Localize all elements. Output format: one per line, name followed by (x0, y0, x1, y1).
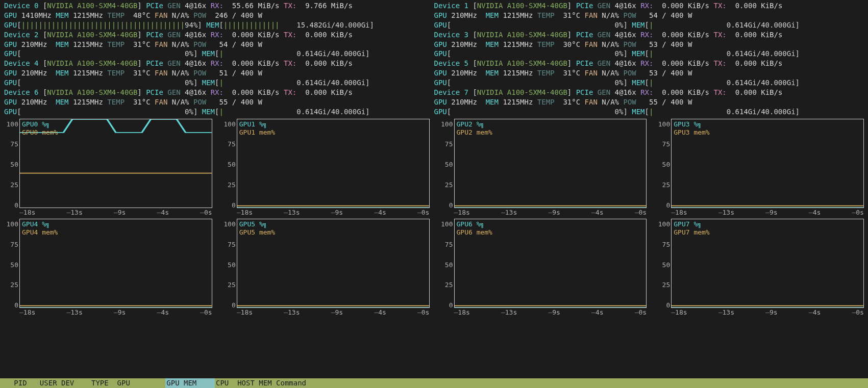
chart-gpu7: 1007550250 GPU7 %╗ GPU7 mem% 18s13s9s4s0… (656, 219, 864, 317)
legend-util: GPU2 %╗ (457, 120, 492, 128)
device-bars-line: GPU[ 0%] MEM[| 0.614Gi/40.000Gi] (4, 78, 434, 88)
x-axis: 18s13s9s4s0s (671, 308, 864, 317)
device-header-line: Device 1 [NVIDIA A100-SXM4-40GB] PCIe GE… (434, 1, 864, 11)
x-axis: 18s13s9s4s0s (237, 308, 430, 317)
y-axis: 1007550250 (221, 219, 237, 317)
chart-legend: GPU2 %╗ GPU2 mem% (457, 120, 492, 137)
chart-grid: 1007550250 GPU0 %╗ GPU0 mem% 18s13s9s4s0… (0, 117, 868, 317)
legend-mem: GPU6 mem% (457, 228, 492, 237)
chart-legend: GPU3 %╗ GPU3 mem% (674, 120, 709, 137)
chart-gpu6: 1007550250 GPU6 %╗ GPU6 mem% 18s13s9s4s0… (439, 219, 647, 317)
plot-box: GPU7 %╗ GPU7 mem% (671, 219, 864, 308)
device-bars-line: GPU[ 0%] MEM[| 0.614Gi/40.000Gi] (434, 107, 864, 117)
device-stats-line: GPU 1410MHz MEM 1215MHz TEMP 48°C FAN N/… (4, 11, 434, 20)
chart-legend: GPU0 %╗ GPU0 mem% (22, 120, 58, 137)
chart-gpu3: 1007550250 GPU3 %╗ GPU3 mem% 18s13s9s4s0… (656, 119, 864, 217)
legend-mem: GPU2 mem% (457, 128, 492, 137)
plot-box: GPU6 %╗ GPU6 mem% (454, 219, 647, 308)
device-panel-4: Device 4 [NVIDIA A100-SXM4-40GB] PCIe GE… (4, 59, 434, 88)
chart-gpu2: 1007550250 GPU2 %╗ GPU2 mem% 18s13s9s4s0… (439, 119, 647, 217)
chart-legend: GPU6 %╗ GPU6 mem% (457, 220, 492, 237)
process-table-header: PID USER DEV TYPE GPU GPU MEM CPU HOST M… (0, 378, 868, 388)
device-stats-line: GPU 210MHz MEM 1215MHz TEMP 30°C FAN N/A… (434, 40, 864, 49)
y-axis: 1007550250 (439, 119, 454, 217)
legend-util: GPU0 %╗ (22, 120, 58, 128)
device-bars-line: GPU[ 0%] MEM[| 0.614Gi/40.000Gi] (434, 49, 864, 59)
device-row: Device 4 [NVIDIA A100-SXM4-40GB] PCIe GE… (4, 59, 864, 88)
plot-box: GPU3 %╗ GPU3 mem% (671, 119, 864, 208)
device-panel-2: Device 2 [NVIDIA A100-SXM4-40GB] PCIe GE… (4, 30, 434, 59)
chart-gpu4: 1007550250 GPU4 %╗ GPU4 mem% 18s13s9s4s0… (4, 219, 212, 317)
device-panel-5: Device 5 [NVIDIA A100-SXM4-40GB] PCIe GE… (434, 59, 864, 88)
y-axis: 1007550250 (656, 219, 671, 317)
chart-legend: GPU5 %╗ GPU5 mem% (239, 220, 275, 237)
device-header-line: Device 7 [NVIDIA A100-SXM4-40GB] PCIe GE… (434, 88, 864, 97)
chart-legend: GPU1 %╗ GPU1 mem% (239, 120, 275, 137)
device-panel-7: Device 7 [NVIDIA A100-SXM4-40GB] PCIe GE… (434, 88, 864, 117)
footer-seg-b-sorted[interactable]: GPU MEM (165, 378, 215, 388)
y-axis: 1007550250 (4, 119, 19, 217)
plot-box: GPU2 %╗ GPU2 mem% (454, 119, 647, 208)
device-panel-1: Device 1 [NVIDIA A100-SXM4-40GB] PCIe GE… (434, 1, 864, 30)
device-row: Device 0 [NVIDIA A100-SXM4-40GB] PCIe GE… (4, 1, 864, 30)
device-bars-line: GPU[ 0%] MEM[| 0.614Gi/40.000Gi] (4, 107, 434, 117)
device-bars-line: GPU[ 0%] MEM[| 0.614Gi/40.000Gi] (434, 78, 864, 88)
device-header-line: Device 6 [NVIDIA A100-SXM4-40GB] PCIe GE… (4, 88, 434, 97)
plot-box: GPU0 %╗ GPU0 mem% (19, 119, 212, 208)
x-axis: 18s13s9s4s0s (19, 308, 212, 317)
device-stats-line: GPU 210MHz MEM 1215MHz TEMP 31°C FAN N/A… (4, 40, 434, 49)
x-axis: 18s13s9s4s0s (19, 208, 212, 217)
legend-mem: GPU4 mem% (22, 228, 58, 237)
device-header-line: Device 5 [NVIDIA A100-SXM4-40GB] PCIe GE… (434, 59, 864, 68)
device-summary-grid: Device 0 [NVIDIA A100-SXM4-40GB] PCIe GE… (0, 0, 868, 117)
plot-box: GPU1 %╗ GPU1 mem% (237, 119, 430, 208)
y-axis: 1007550250 (656, 119, 671, 217)
legend-util: GPU1 %╗ (239, 120, 275, 128)
x-axis: 18s13s9s4s0s (454, 208, 647, 217)
plot-box: GPU5 %╗ GPU5 mem% (237, 219, 430, 308)
legend-mem: GPU1 mem% (239, 128, 275, 137)
device-stats-line: GPU 210MHz MEM 1215MHz TEMP 31°C FAN N/A… (434, 11, 864, 20)
legend-util: GPU5 %╗ (239, 220, 275, 228)
device-bars-line: GPU[||||||||||||||||||||||||||||||||||||… (4, 20, 434, 30)
x-axis: 18s13s9s4s0s (454, 308, 647, 317)
device-bars-line: GPU[ 0%] MEM[| 0.614Gi/40.000Gi] (4, 49, 434, 59)
device-panel-0: Device 0 [NVIDIA A100-SXM4-40GB] PCIe GE… (4, 1, 434, 30)
chart-legend: GPU4 %╗ GPU4 mem% (22, 220, 58, 237)
device-stats-line: GPU 210MHz MEM 1215MHz TEMP 31°C FAN N/A… (434, 68, 864, 78)
footer-seg-c: CPU HOST MEM Command (215, 378, 868, 388)
legend-mem: GPU0 mem% (22, 128, 58, 137)
device-stats-line: GPU 210MHz MEM 1215MHz TEMP 31°C FAN N/A… (434, 97, 864, 107)
legend-mem: GPU7 mem% (674, 228, 709, 237)
legend-mem: GPU5 mem% (239, 228, 275, 237)
device-stats-line: GPU 210MHz MEM 1215MHz TEMP 31°C FAN N/A… (4, 68, 434, 78)
chart-gpu1: 1007550250 GPU1 %╗ GPU1 mem% 18s13s9s4s0… (221, 119, 430, 217)
device-stats-line: GPU 210MHz MEM 1215MHz TEMP 31°C FAN N/A… (4, 97, 434, 107)
device-panel-6: Device 6 [NVIDIA A100-SXM4-40GB] PCIe GE… (4, 88, 434, 117)
chart-gpu5: 1007550250 GPU5 %╗ GPU5 mem% 18s13s9s4s0… (221, 219, 430, 317)
legend-util: GPU6 %╗ (457, 220, 492, 228)
device-row: Device 6 [NVIDIA A100-SXM4-40GB] PCIe GE… (4, 88, 864, 117)
y-axis: 1007550250 (221, 119, 237, 217)
device-panel-3: Device 3 [NVIDIA A100-SXM4-40GB] PCIe GE… (434, 30, 864, 59)
device-header-line: Device 3 [NVIDIA A100-SXM4-40GB] PCIe GE… (434, 30, 864, 40)
y-axis: 1007550250 (4, 219, 19, 317)
chart-gpu0: 1007550250 GPU0 %╗ GPU0 mem% 18s13s9s4s0… (4, 119, 212, 217)
x-axis: 18s13s9s4s0s (671, 208, 864, 217)
plot-box: GPU4 %╗ GPU4 mem% (19, 219, 212, 308)
device-bars-line: GPU[ 0%] MEM[| 0.614Gi/40.000Gi] (434, 20, 864, 30)
device-header-line: Device 2 [NVIDIA A100-SXM4-40GB] PCIe GE… (4, 30, 434, 40)
device-header-line: Device 0 [NVIDIA A100-SXM4-40GB] PCIe GE… (4, 1, 434, 11)
y-axis: 1007550250 (439, 219, 454, 317)
footer-seg-a: PID USER DEV TYPE GPU (0, 378, 165, 388)
legend-util: GPU7 %╗ (674, 220, 709, 228)
legend-util: GPU3 %╗ (674, 120, 709, 128)
x-axis: 18s13s9s4s0s (237, 208, 430, 217)
legend-util: GPU4 %╗ (22, 220, 58, 228)
legend-mem: GPU3 mem% (674, 128, 709, 137)
chart-legend: GPU7 %╗ GPU7 mem% (674, 220, 709, 237)
device-header-line: Device 4 [NVIDIA A100-SXM4-40GB] PCIe GE… (4, 59, 434, 68)
device-row: Device 2 [NVIDIA A100-SXM4-40GB] PCIe GE… (4, 30, 864, 59)
